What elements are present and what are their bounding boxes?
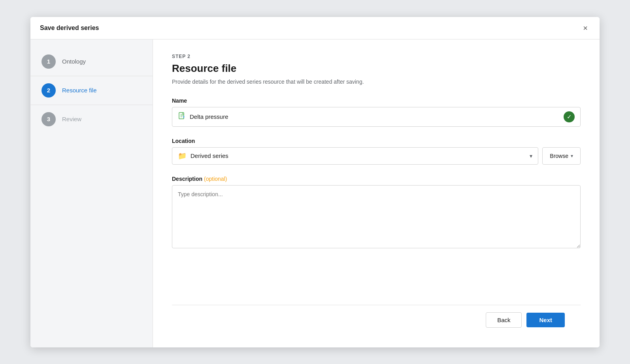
file-icon: [178, 112, 186, 122]
next-button[interactable]: Next: [526, 313, 565, 327]
description-label: Description(optional): [172, 176, 581, 182]
step-1-label: Ontology: [62, 58, 86, 65]
location-row: 📁 Derived series ▾ Browse ▾: [172, 147, 581, 165]
location-select[interactable]: 📁 Derived series ▾: [172, 147, 538, 165]
browse-chevron-icon: ▾: [571, 153, 573, 159]
close-button[interactable]: ×: [581, 23, 590, 33]
main-content: STEP 2 Resource file Provide details for…: [153, 39, 600, 347]
back-button[interactable]: Back: [486, 312, 522, 328]
modal-footer: Back Next: [172, 305, 581, 335]
modal-title: Save derived series: [40, 24, 99, 32]
optional-label: (optional): [204, 176, 227, 182]
name-valid-icon: ✓: [564, 111, 575, 122]
browse-button[interactable]: Browse ▾: [542, 147, 581, 165]
name-input[interactable]: [190, 113, 560, 120]
folder-icon: 📁: [178, 152, 187, 160]
section-title: Resource file: [172, 62, 581, 75]
step-3-circle: 3: [41, 112, 56, 126]
step-2-resource-file[interactable]: 2 Resource file: [30, 76, 153, 105]
modal-header: Save derived series ×: [30, 17, 600, 39]
steps-sidebar: 1 Ontology 2 Resource file 3 Review: [30, 39, 153, 347]
step-3-label: Review: [62, 116, 81, 122]
location-label: Location: [172, 138, 581, 144]
step-2-label: Resource file: [62, 87, 97, 94]
save-derived-series-modal: Save derived series × 1 Ontology 2 Resou…: [30, 17, 600, 347]
name-label: Name: [172, 98, 581, 104]
modal-body: 1 Ontology 2 Resource file 3 Review STEP…: [30, 39, 600, 347]
form-section: STEP 2 Resource file Provide details for…: [172, 54, 581, 305]
step-2-circle: 2: [41, 83, 56, 98]
step-3-review[interactable]: 3 Review: [30, 105, 153, 133]
location-value: Derived series: [191, 152, 526, 159]
section-description: Provide details for the derived series r…: [172, 79, 581, 85]
location-chevron-icon: ▾: [530, 153, 532, 159]
description-textarea[interactable]: [172, 185, 581, 248]
browse-label: Browse: [550, 153, 568, 159]
step-indicator: STEP 2: [172, 54, 581, 59]
name-input-wrapper: ✓: [172, 107, 581, 127]
step-1-circle: 1: [41, 54, 56, 69]
step-1-ontology[interactable]: 1 Ontology: [30, 47, 153, 76]
